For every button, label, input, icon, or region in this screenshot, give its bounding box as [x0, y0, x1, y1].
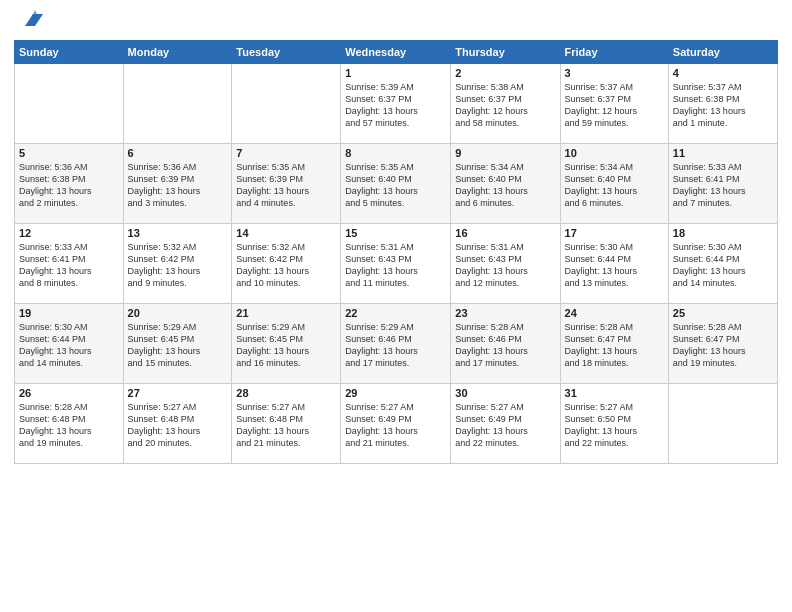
day-info: Sunrise: 5:27 AMSunset: 6:49 PMDaylight:…: [345, 401, 446, 450]
calendar-cell: 9Sunrise: 5:34 AMSunset: 6:40 PMDaylight…: [451, 144, 560, 224]
calendar-week-row: 1Sunrise: 5:39 AMSunset: 6:37 PMDaylight…: [15, 64, 778, 144]
day-number: 30: [455, 387, 555, 399]
day-info: Sunrise: 5:27 AMSunset: 6:48 PMDaylight:…: [128, 401, 228, 450]
day-info: Sunrise: 5:30 AMSunset: 6:44 PMDaylight:…: [19, 321, 119, 370]
day-number: 2: [455, 67, 555, 79]
day-number: 19: [19, 307, 119, 319]
day-number: 28: [236, 387, 336, 399]
day-info: Sunrise: 5:37 AMSunset: 6:38 PMDaylight:…: [673, 81, 773, 130]
calendar-cell: 23Sunrise: 5:28 AMSunset: 6:46 PMDayligh…: [451, 304, 560, 384]
logo-icon: [17, 6, 43, 32]
day-info: Sunrise: 5:29 AMSunset: 6:46 PMDaylight:…: [345, 321, 446, 370]
day-number: 20: [128, 307, 228, 319]
calendar-cell: 28Sunrise: 5:27 AMSunset: 6:48 PMDayligh…: [232, 384, 341, 464]
day-info: Sunrise: 5:32 AMSunset: 6:42 PMDaylight:…: [128, 241, 228, 290]
day-info: Sunrise: 5:35 AMSunset: 6:39 PMDaylight:…: [236, 161, 336, 210]
day-number: 17: [565, 227, 664, 239]
day-info: Sunrise: 5:35 AMSunset: 6:40 PMDaylight:…: [345, 161, 446, 210]
calendar-cell: 29Sunrise: 5:27 AMSunset: 6:49 PMDayligh…: [341, 384, 451, 464]
calendar-cell: 1Sunrise: 5:39 AMSunset: 6:37 PMDaylight…: [341, 64, 451, 144]
calendar-header-saturday: Saturday: [668, 41, 777, 64]
calendar-cell: 17Sunrise: 5:30 AMSunset: 6:44 PMDayligh…: [560, 224, 668, 304]
calendar-header-row: SundayMondayTuesdayWednesdayThursdayFrid…: [15, 41, 778, 64]
calendar-cell: 10Sunrise: 5:34 AMSunset: 6:40 PMDayligh…: [560, 144, 668, 224]
day-info: Sunrise: 5:37 AMSunset: 6:37 PMDaylight:…: [565, 81, 664, 130]
calendar-table: SundayMondayTuesdayWednesdayThursdayFrid…: [14, 40, 778, 464]
day-info: Sunrise: 5:28 AMSunset: 6:47 PMDaylight:…: [565, 321, 664, 370]
day-number: 16: [455, 227, 555, 239]
day-number: 6: [128, 147, 228, 159]
calendar-cell: 27Sunrise: 5:27 AMSunset: 6:48 PMDayligh…: [123, 384, 232, 464]
calendar-header-tuesday: Tuesday: [232, 41, 341, 64]
day-number: 5: [19, 147, 119, 159]
day-info: Sunrise: 5:34 AMSunset: 6:40 PMDaylight:…: [565, 161, 664, 210]
day-number: 11: [673, 147, 773, 159]
day-info: Sunrise: 5:33 AMSunset: 6:41 PMDaylight:…: [19, 241, 119, 290]
calendar-header-wednesday: Wednesday: [341, 41, 451, 64]
day-number: 7: [236, 147, 336, 159]
day-info: Sunrise: 5:30 AMSunset: 6:44 PMDaylight:…: [673, 241, 773, 290]
day-info: Sunrise: 5:31 AMSunset: 6:43 PMDaylight:…: [455, 241, 555, 290]
day-info: Sunrise: 5:30 AMSunset: 6:44 PMDaylight:…: [565, 241, 664, 290]
day-number: 29: [345, 387, 446, 399]
calendar-cell: 15Sunrise: 5:31 AMSunset: 6:43 PMDayligh…: [341, 224, 451, 304]
day-number: 3: [565, 67, 664, 79]
logo: [14, 10, 43, 32]
calendar-cell: [15, 64, 124, 144]
calendar-cell: 18Sunrise: 5:30 AMSunset: 6:44 PMDayligh…: [668, 224, 777, 304]
page-header: [14, 10, 778, 32]
calendar-week-row: 5Sunrise: 5:36 AMSunset: 6:38 PMDaylight…: [15, 144, 778, 224]
day-number: 25: [673, 307, 773, 319]
calendar-cell: 3Sunrise: 5:37 AMSunset: 6:37 PMDaylight…: [560, 64, 668, 144]
calendar-cell: [668, 384, 777, 464]
day-number: 8: [345, 147, 446, 159]
calendar-header-sunday: Sunday: [15, 41, 124, 64]
day-number: 21: [236, 307, 336, 319]
calendar-cell: 11Sunrise: 5:33 AMSunset: 6:41 PMDayligh…: [668, 144, 777, 224]
calendar-cell: 22Sunrise: 5:29 AMSunset: 6:46 PMDayligh…: [341, 304, 451, 384]
calendar-cell: 26Sunrise: 5:28 AMSunset: 6:48 PMDayligh…: [15, 384, 124, 464]
day-number: 1: [345, 67, 446, 79]
calendar-header-thursday: Thursday: [451, 41, 560, 64]
day-number: 24: [565, 307, 664, 319]
day-number: 13: [128, 227, 228, 239]
day-info: Sunrise: 5:29 AMSunset: 6:45 PMDaylight:…: [128, 321, 228, 370]
calendar-cell: [232, 64, 341, 144]
day-info: Sunrise: 5:31 AMSunset: 6:43 PMDaylight:…: [345, 241, 446, 290]
day-info: Sunrise: 5:39 AMSunset: 6:37 PMDaylight:…: [345, 81, 446, 130]
calendar-cell: 20Sunrise: 5:29 AMSunset: 6:45 PMDayligh…: [123, 304, 232, 384]
calendar-cell: 5Sunrise: 5:36 AMSunset: 6:38 PMDaylight…: [15, 144, 124, 224]
calendar-week-row: 12Sunrise: 5:33 AMSunset: 6:41 PMDayligh…: [15, 224, 778, 304]
day-info: Sunrise: 5:28 AMSunset: 6:47 PMDaylight:…: [673, 321, 773, 370]
calendar-cell: 6Sunrise: 5:36 AMSunset: 6:39 PMDaylight…: [123, 144, 232, 224]
day-number: 31: [565, 387, 664, 399]
calendar-cell: 25Sunrise: 5:28 AMSunset: 6:47 PMDayligh…: [668, 304, 777, 384]
calendar-header-monday: Monday: [123, 41, 232, 64]
calendar-cell: 21Sunrise: 5:29 AMSunset: 6:45 PMDayligh…: [232, 304, 341, 384]
calendar-cell: 2Sunrise: 5:38 AMSunset: 6:37 PMDaylight…: [451, 64, 560, 144]
calendar-cell: 4Sunrise: 5:37 AMSunset: 6:38 PMDaylight…: [668, 64, 777, 144]
calendar-cell: 24Sunrise: 5:28 AMSunset: 6:47 PMDayligh…: [560, 304, 668, 384]
day-number: 27: [128, 387, 228, 399]
day-number: 18: [673, 227, 773, 239]
day-info: Sunrise: 5:33 AMSunset: 6:41 PMDaylight:…: [673, 161, 773, 210]
calendar-cell: 16Sunrise: 5:31 AMSunset: 6:43 PMDayligh…: [451, 224, 560, 304]
calendar-week-row: 19Sunrise: 5:30 AMSunset: 6:44 PMDayligh…: [15, 304, 778, 384]
day-number: 14: [236, 227, 336, 239]
calendar-cell: [123, 64, 232, 144]
day-info: Sunrise: 5:28 AMSunset: 6:48 PMDaylight:…: [19, 401, 119, 450]
day-info: Sunrise: 5:34 AMSunset: 6:40 PMDaylight:…: [455, 161, 555, 210]
calendar-cell: 31Sunrise: 5:27 AMSunset: 6:50 PMDayligh…: [560, 384, 668, 464]
calendar-cell: 14Sunrise: 5:32 AMSunset: 6:42 PMDayligh…: [232, 224, 341, 304]
day-info: Sunrise: 5:36 AMSunset: 6:38 PMDaylight:…: [19, 161, 119, 210]
calendar-cell: 7Sunrise: 5:35 AMSunset: 6:39 PMDaylight…: [232, 144, 341, 224]
day-info: Sunrise: 5:38 AMSunset: 6:37 PMDaylight:…: [455, 81, 555, 130]
day-number: 26: [19, 387, 119, 399]
calendar-cell: 12Sunrise: 5:33 AMSunset: 6:41 PMDayligh…: [15, 224, 124, 304]
day-info: Sunrise: 5:27 AMSunset: 6:49 PMDaylight:…: [455, 401, 555, 450]
day-info: Sunrise: 5:29 AMSunset: 6:45 PMDaylight:…: [236, 321, 336, 370]
day-info: Sunrise: 5:32 AMSunset: 6:42 PMDaylight:…: [236, 241, 336, 290]
day-number: 22: [345, 307, 446, 319]
day-number: 23: [455, 307, 555, 319]
day-number: 12: [19, 227, 119, 239]
